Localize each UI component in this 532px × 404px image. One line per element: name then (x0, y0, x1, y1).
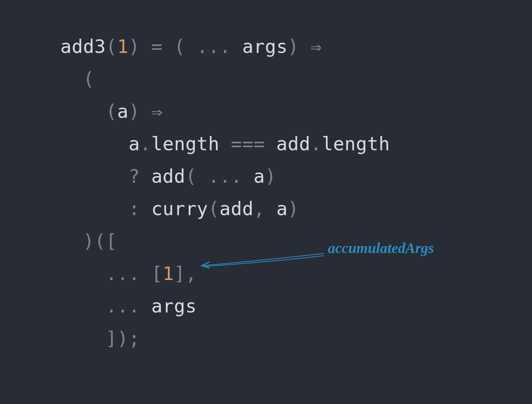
annotation-arrow (0, 0, 532, 404)
